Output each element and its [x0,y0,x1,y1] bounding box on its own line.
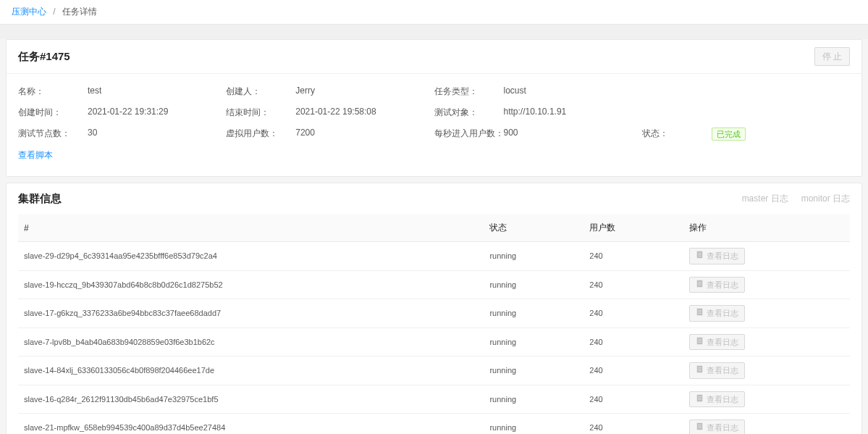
breadcrumb-root-link[interactable]: 压测中心 [12,7,46,17]
cell-slave-id: slave-17-g6kzq_3376233a6be94bbc83c37faee… [18,299,484,328]
cluster-table-wrap: # 状态 用户数 操作 slave-29-d29p4_6c39314aa95e4… [7,214,861,434]
master-log-link[interactable]: master 日志 [742,193,788,205]
file-icon [696,307,704,320]
view-log-label: 查看日志 [707,279,738,291]
task-info-body: 名称：test 创建人：Jerry 任务类型：locust 创建时间：2021-… [7,74,861,176]
label-end-time: 结束时间： [226,107,295,119]
view-log-label: 查看日志 [707,250,738,262]
file-icon [696,250,704,262]
view-log-button[interactable]: 查看日志 [689,420,745,434]
cell-op: 查看日志 [683,414,850,435]
cell-users: 240 [583,299,683,328]
view-log-label: 查看日志 [707,336,738,349]
monitor-log-link[interactable]: monitor 日志 [801,193,850,205]
cluster-table: # 状态 用户数 操作 slave-29-d29p4_6c39314aa95e4… [18,214,850,434]
cell-op: 查看日志 [683,299,850,328]
view-log-label: 查看日志 [707,422,738,434]
cell-state: running [484,385,583,414]
cell-op: 查看日志 [683,270,850,299]
table-row: slave-16-q284r_2612f91130db45b6ad47e3297… [18,385,850,414]
label-name: 名称： [18,85,88,98]
label-type: 任务类型： [434,85,504,98]
cluster-actions: master 日志 monitor 日志 [742,193,850,205]
cell-state: running [484,356,583,385]
table-row: slave-14-84xlj_63360133056c4b0f898f20446… [18,356,850,385]
cell-state: running [484,270,583,299]
cell-users: 240 [583,270,683,299]
stop-button[interactable]: 停 止 [814,47,850,66]
value-creator: Jerry [295,85,315,98]
cell-op: 查看日志 [683,385,850,414]
table-row: slave-17-g6kzq_3376233a6be94bbc83c37faee… [18,299,850,328]
value-type: locust [504,85,526,98]
cell-state: running [484,299,583,328]
table-row: slave-29-d29p4_6c39314aa95e4235bfff6e853… [18,242,850,271]
cell-slave-id: slave-14-84xlj_63360133056c4b0f898f20446… [18,356,484,385]
label-creator: 创建人： [226,85,295,98]
view-log-button[interactable]: 查看日志 [689,362,745,379]
label-spawn: 每秒进入用户数： [434,128,504,141]
page-gap [0,25,868,39]
label-nodes: 测试节点数： [18,128,88,141]
breadcrumb: 压测中心 / 任务详情 [0,0,868,25]
task-title: 任务#1475 [18,50,70,64]
col-header-users: 用户数 [583,214,683,242]
view-log-label: 查看日志 [707,307,738,320]
view-log-button[interactable]: 查看日志 [689,248,745,264]
cell-users: 240 [583,414,683,435]
cluster-header: 集群信息 master 日志 monitor 日志 [7,183,861,214]
value-name: test [88,85,101,98]
cell-state: running [484,327,583,356]
task-card: 任务#1475 停 止 名称：test 创建人：Jerry 任务类型：locus… [6,39,862,177]
value-spawn: 900 [504,128,518,141]
file-icon [696,279,704,291]
value-target: http://10.10.1.91 [504,107,567,119]
cluster-title: 集群信息 [18,192,62,206]
cell-users: 240 [583,385,683,414]
value-create-time: 2021-01-22 19:31:29 [88,107,168,119]
view-log-button[interactable]: 查看日志 [689,305,745,322]
status-badge: 已完成 [712,128,746,141]
breadcrumb-separator: / [53,7,55,17]
label-target: 测试对象： [434,107,504,119]
view-log-button[interactable]: 查看日志 [689,277,745,293]
view-log-button[interactable]: 查看日志 [689,334,745,351]
cell-slave-id: slave-16-q284r_2612f91130db45b6ad47e3297… [18,385,484,414]
view-script-link[interactable]: 查看脚本 [18,149,53,162]
cell-slave-id: slave-7-lpv8b_b4ab40a683b94028859e03f6e3… [18,327,484,356]
view-log-button[interactable]: 查看日志 [689,391,745,408]
file-icon [696,336,704,349]
breadcrumb-current: 任务详情 [62,7,97,17]
cell-op: 查看日志 [683,356,850,385]
cell-state: running [484,242,583,271]
value-nodes: 30 [88,128,97,141]
cell-slave-id: slave-29-d29p4_6c39314aa95e4235bfff6e853… [18,242,484,271]
col-header-op: 操作 [683,214,850,242]
col-header-id: # [18,214,484,242]
cell-op: 查看日志 [683,327,850,356]
cell-users: 240 [583,356,683,385]
cluster-card: 集群信息 master 日志 monitor 日志 # 状态 用户数 操作 sl… [6,183,862,434]
col-header-state: 状态 [484,214,583,242]
table-row: slave-7-lpv8b_b4ab40a683b94028859e03f6e3… [18,327,850,356]
value-end-time: 2021-01-22 19:58:08 [295,107,376,119]
file-icon [696,393,704,406]
label-create-time: 创建时间： [18,107,88,119]
cell-slave-id: slave-19-hcczq_9b439307abd64b8c8b0d26c1d… [18,270,484,299]
value-vusers: 7200 [295,128,315,141]
view-log-label: 查看日志 [707,393,738,406]
cell-state: running [484,414,583,435]
cell-slave-id: slave-21-mpfkw_658eb994539c400a89d37d4b5… [18,414,484,435]
view-log-label: 查看日志 [707,364,738,377]
file-icon [696,422,704,434]
cell-users: 240 [583,242,683,271]
file-icon [696,364,704,377]
label-status: 状态： [642,128,712,141]
label-vusers: 虚拟用户数： [226,128,295,141]
cell-op: 查看日志 [683,242,850,271]
table-row: slave-19-hcczq_9b439307abd64b8c8b0d26c1d… [18,270,850,299]
table-row: slave-21-mpfkw_658eb994539c400a89d37d4b5… [18,414,850,435]
task-card-header: 任务#1475 停 止 [7,40,861,74]
cell-users: 240 [583,327,683,356]
